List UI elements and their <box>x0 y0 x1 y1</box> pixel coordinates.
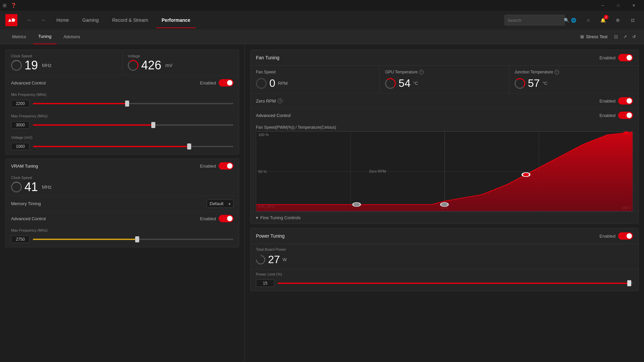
zero-rpm-row: Zero RPM ? Enabled <box>251 94 638 108</box>
gpu-temp-label-text: GPU Temperature <box>385 70 418 74</box>
voltage-mv-thumb[interactable] <box>187 143 191 149</box>
vram-advanced-toggle[interactable] <box>219 215 233 222</box>
nav-performance[interactable]: Performance <box>156 15 196 25</box>
max-freq-thumb[interactable] <box>151 122 155 128</box>
favorites-button[interactable]: ☆ <box>582 14 594 26</box>
power-tuning-section: Power Tuning Enabled Total Board Power 2… <box>250 228 639 291</box>
gpu-temp-indicator <box>385 78 396 89</box>
voltage-mv-value-box: 1060 <box>11 143 30 150</box>
control-point-2[interactable] <box>441 202 448 206</box>
max-freq-value-box: 3000 <box>11 121 30 129</box>
control-point-top[interactable] <box>623 131 630 135</box>
clock-speed-indicator <box>11 60 22 71</box>
language-button[interactable]: 🌐 <box>568 14 580 26</box>
fan-speed-label: Fan Speed <box>256 70 374 74</box>
fan-speed-unit: RPM <box>278 81 288 86</box>
total-board-power-unit: W <box>283 257 287 262</box>
stress-test-button[interactable]: ⊞ Stress Test <box>578 33 610 41</box>
vram-clock-section: Clock Speed 41 MHz <box>6 173 239 196</box>
power-limit-value-box: 15 <box>256 280 274 287</box>
fan-chart-area[interactable]: 100 % 50 % 0 %, 25°C 62°C 100°C Zero RPM <box>256 131 633 212</box>
vram-max-freq-thumb[interactable] <box>135 236 139 242</box>
zero-rpm-toggle[interactable] <box>618 97 633 105</box>
junction-temp-value: 57 <box>528 77 540 89</box>
zero-rpm-right: Enabled <box>599 97 633 105</box>
power-limit-thumb[interactable] <box>627 280 631 286</box>
power-limit-fill <box>278 283 629 284</box>
notification-badge: 2 <box>604 15 608 19</box>
control-point-3[interactable] <box>522 173 530 177</box>
fan-chart-container: Fan Speed(PWM(%)) / Temperature(Celsius)… <box>251 122 638 212</box>
minimize-button[interactable]: ─ <box>595 0 610 11</box>
fan-tuning-title: Fan Tuning <box>256 55 279 60</box>
fine-tuning-row[interactable]: ▾ Fine Tuning Controls <box>251 212 638 224</box>
main-content: Clock Speed 19 MHz Voltage 426 mV <box>0 44 644 362</box>
zero-rpm-left: Zero RPM ? <box>256 99 282 104</box>
min-freq-track[interactable] <box>33 103 233 104</box>
power-tuning-header-right: Enabled <box>599 232 633 240</box>
min-freq-slider-container: 2200 <box>11 100 233 107</box>
back-button[interactable]: ← <box>24 16 35 24</box>
vram-tuning-title: VRAM Tuning <box>11 164 38 169</box>
fan-speed-indicator <box>256 78 267 89</box>
forward-button[interactable]: → <box>38 16 48 24</box>
vram-header-row: VRAM Tuning Enabled <box>6 159 239 173</box>
junction-temp-label: Junction Temperature ? <box>515 70 633 74</box>
tab-advisors[interactable]: Advisors <box>58 29 86 44</box>
gpu-temp-info-icon[interactable]: ? <box>419 70 424 74</box>
vram-max-freq-track[interactable] <box>33 239 233 240</box>
clock-speed-unit: MHz <box>42 63 52 68</box>
maximize-button[interactable]: □ <box>610 0 626 11</box>
power-limit-label-row: Power Limit (%) <box>251 269 638 276</box>
navbar: ← → Home Gaming Record & Stream Performa… <box>0 11 644 29</box>
export-icon[interactable]: ⊡ <box>613 33 619 41</box>
voltage-mv-slider-container: 1060 <box>11 143 233 150</box>
account-button[interactable]: ⊡ <box>627 14 639 26</box>
nav-gaming[interactable]: Gaming <box>77 15 104 25</box>
settings-button[interactable]: ⚙ <box>612 14 624 26</box>
clock-speed-value-row: 19 MHz <box>11 59 117 71</box>
clock-speed-value: 19 <box>24 59 38 71</box>
fan-advanced-enabled-label: Enabled <box>599 113 615 118</box>
zero-rpm-info-icon[interactable]: ? <box>278 99 282 103</box>
vram-clock-value-row: 41 MHz <box>11 181 233 193</box>
close-button[interactable]: ✕ <box>626 0 641 11</box>
tab-metrics[interactable]: Metrics <box>7 29 32 44</box>
min-freq-thumb[interactable] <box>125 101 129 107</box>
right-panel: Fan Tuning Enabled Fan Speed 0 <box>245 44 644 362</box>
refresh-icon[interactable]: ↺ <box>631 33 637 41</box>
vram-clock-indicator <box>11 182 22 192</box>
nav-record-stream[interactable]: Record & Stream <box>107 15 153 25</box>
power-limit-slider-container: 15 <box>256 280 633 287</box>
system-icon-2: ❓ <box>11 3 16 8</box>
search-box[interactable]: 🔍 <box>504 15 565 25</box>
power-tuning-toggle[interactable] <box>618 232 633 240</box>
memory-timing-select[interactable]: Default <box>207 199 233 208</box>
share-icon[interactable]: ↗ <box>622 33 628 41</box>
tabbar-left: Metrics Tuning Advisors <box>7 29 86 44</box>
tab-tuning[interactable]: Tuning <box>33 29 57 44</box>
advanced-control-toggle[interactable] <box>219 79 233 86</box>
zero-rpm-slider-ui <box>618 97 633 105</box>
total-board-power-section: Total Board Power 27 W <box>251 244 638 269</box>
search-input[interactable] <box>507 18 564 23</box>
voltage-mv-track[interactable] <box>33 146 233 147</box>
memory-timing-label: Memory Timing <box>11 201 41 206</box>
vram-advanced-control-label: Advanced Control <box>11 216 46 221</box>
power-limit-track[interactable] <box>278 283 633 284</box>
max-freq-track[interactable] <box>33 124 233 126</box>
power-tuning-title: Power Tuning <box>256 233 285 239</box>
vram-max-freq-value-box: 2750 <box>11 236 30 243</box>
fan-chart-title: Fan Speed(PWM(%)) / Temperature(Celsius) <box>256 125 336 130</box>
junction-temp-info-icon[interactable]: ? <box>554 70 559 74</box>
fan-tuning-toggle[interactable] <box>618 54 633 61</box>
clock-voltage-row: Clock Speed 19 MHz Voltage 426 mV <box>6 50 239 75</box>
fan-advanced-toggle[interactable] <box>618 112 633 119</box>
voltage-mv-slider-row: 1060 <box>6 141 239 154</box>
advanced-control-slider <box>219 79 233 86</box>
notifications-button[interactable]: 🔔 2 <box>597 14 609 26</box>
control-point-1[interactable] <box>353 202 360 206</box>
max-freq-fill <box>33 124 153 126</box>
vram-tuning-toggle[interactable] <box>219 162 233 170</box>
nav-home[interactable]: Home <box>51 15 74 25</box>
